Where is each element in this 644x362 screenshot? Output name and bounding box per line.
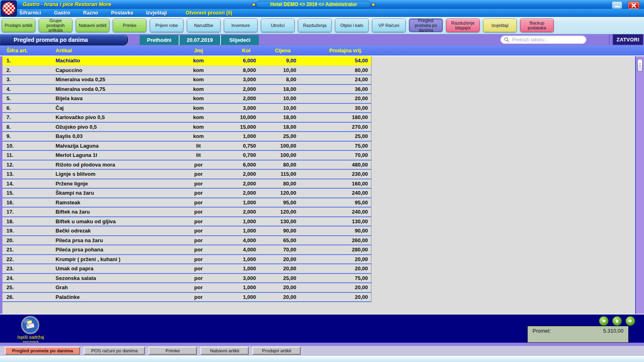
page-title: Pregled prometa po danima <box>0 34 128 45</box>
table-row[interactable]: 18.Biftek u umaku od gljivapor1,000130,0… <box>2 217 371 227</box>
search-input[interactable] <box>511 37 583 43</box>
taskbar-tab-pregled-prometa-po-danima[interactable]: Pregled prometa po danima <box>5 347 80 355</box>
table-row[interactable]: 23.Umak od paprapor1,00020,0020,00 <box>2 264 371 274</box>
table-row[interactable]: 17.Biftek na žarupor2,000120,00240,00 <box>2 208 371 217</box>
toolbar-button-inventure[interactable]: Inventure <box>224 19 258 32</box>
table-cell: 4,000 <box>210 245 259 254</box>
table-cell: 4. <box>2 85 54 94</box>
taskbar-tab-prodajni-artikli[interactable]: Prodajni artikli <box>252 347 301 355</box>
nav-up-button[interactable] <box>612 316 622 326</box>
nav-previous-button[interactable] <box>599 316 609 326</box>
table-cell: por <box>187 226 210 235</box>
taskbar-tab-pos-ra-uni-po-danima[interactable]: POS računi po danima <box>84 347 145 355</box>
toolbar-button-grupe-prodajnih-artikala[interactable]: Grupe prodajnih artikala <box>39 19 72 32</box>
table-cell: 20. <box>2 236 54 245</box>
toolbar-button-otpisi-i-kalo[interactable]: Otpisi i kalo <box>335 19 369 32</box>
table-row[interactable]: 21.Pileća prsa pohanapor4,00070,00280,00 <box>2 245 371 255</box>
toolbar-button-vp-ra-uni[interactable]: VP Računi <box>372 19 406 32</box>
table-cell: Umak od papra <box>54 264 187 273</box>
previous-day-button[interactable]: Prethodni <box>140 35 179 45</box>
column-header-kol[interactable]: Kol <box>210 45 259 56</box>
menu-item-razno[interactable]: Razno <box>83 10 98 16</box>
table-row[interactable]: 12.Rižoto od plodova morapor6,00080,0048… <box>2 160 371 170</box>
table-row[interactable]: 3.Mineralna voda 0,25kom3,0008,0024,00 <box>2 75 371 85</box>
next-day-button[interactable]: Slijedeći <box>220 35 259 45</box>
minimize-button[interactable] <box>612 1 622 9</box>
table-cell: 95,00 <box>259 198 299 207</box>
table-cell: 16. <box>2 198 54 207</box>
toolbar-button-utro-ci[interactable]: Utrošci <box>261 19 295 32</box>
vertical-scrollbar-thumb[interactable] <box>637 59 643 72</box>
table-cell: Grah <box>54 283 187 292</box>
table-cell: Ramsteak <box>54 198 187 207</box>
table-cell: 14. <box>2 179 54 188</box>
table-row[interactable]: 15.Škampi na žarupor2,000120,00240,00 <box>2 189 371 198</box>
table-cell: 20,00 <box>299 283 371 292</box>
table-row[interactable]: 22.Krumpir ( prženi , kuhani )por1,00020… <box>2 255 371 265</box>
table-row[interactable]: 8.Ožujsko pivo 0,5kom15,00018,00270,00 <box>2 123 371 132</box>
toolbar-button-primke[interactable]: Primke <box>113 19 147 32</box>
table-row[interactable]: 4.Mineralna voda 0,75kom2,00018,0036,00 <box>2 85 371 95</box>
table-cell: lit <box>187 151 210 160</box>
toolbar-button-label: Inventure <box>231 23 250 28</box>
toolbar-button-prodajni-artikli[interactable]: Prodajni artikli <box>2 19 35 32</box>
table-cell: Pržene lignje <box>54 179 187 188</box>
nav-next-button[interactable] <box>625 316 635 326</box>
table-row[interactable]: 10.Malvazija Lagunalit0,750100,0075,00 <box>2 142 371 151</box>
table-cell: 20,00 <box>299 94 371 103</box>
table-row[interactable]: 24.Sezonska salatapor3,00025,0075,00 <box>2 274 371 284</box>
close-window-button[interactable]: ZATVORI <box>613 34 643 45</box>
toolbar-button-narud-be[interactable]: Narudžbe <box>187 19 221 32</box>
taskbar-tab-primke[interactable]: Primke <box>149 347 197 355</box>
close-button[interactable] <box>628 1 640 9</box>
table-cell: 36,00 <box>299 85 371 94</box>
print-window-button[interactable] <box>21 316 39 334</box>
table-row[interactable]: 7.Karlovačko pivo 0,5kom10,00018,00180,0… <box>2 113 371 123</box>
table-row[interactable]: 2.Capuccinokom8,00010,0080,00 <box>2 66 371 76</box>
date-display[interactable]: 20.07.2019 <box>179 35 220 45</box>
column-header-artikal[interactable]: Artikal <box>54 45 187 56</box>
table-row[interactable]: 6.Čajkom3,00010,0030,00 <box>2 104 371 113</box>
column-header-cijena[interactable]: Cijena <box>259 45 299 56</box>
menu-item-izvje-taji[interactable]: Izvještaji <box>146 10 167 16</box>
table-row[interactable]: 26.Palačinkepor1,00020,0020,00 <box>2 293 371 302</box>
table-cell: 270,00 <box>299 123 371 132</box>
table-row[interactable]: 5.Bijela kavakom2,00010,0020,00 <box>2 94 371 104</box>
toolbar-button-nabavni-artikli[interactable]: Nabavni artikli <box>76 19 109 32</box>
toolbar-button-label: Otpisi i kalo <box>341 23 363 28</box>
table-cell: Ožujsko pivo 0,5 <box>54 123 187 132</box>
table-row[interactable]: 19.Bečki odrezakpor1,00090,0090,00 <box>2 226 371 236</box>
column-header-prodajna-vrij[interactable]: Prodajna vrij. <box>299 45 371 56</box>
menu-item-gastro[interactable]: Gastro <box>54 10 70 16</box>
table-cell: 18. <box>2 217 54 226</box>
toolbar-button-pregled-prometa-po-danima[interactable]: Pregled prometa po danima <box>409 19 443 32</box>
table-cell: 1,000 <box>210 264 259 273</box>
table-cell: kom <box>187 132 210 141</box>
table-row[interactable]: 11.Merlot Laguna 1llit0,700100,0070,00 <box>2 151 371 160</box>
menu-item-ifrarnici[interactable]: Šifrarnici <box>19 10 41 16</box>
table-cell: 3. <box>2 75 54 84</box>
column-header-jmj[interactable]: Jmj <box>187 45 210 56</box>
table-row[interactable]: 9.Baylis 0,03kom1,00025,0025,00 <box>2 132 371 142</box>
column-header-sifra[interactable]: Šifra art. <box>2 45 54 56</box>
toolbar-button-backup-podataka[interactable]: Backup podataka <box>520 19 554 32</box>
table-cell: por <box>187 170 210 179</box>
taskbar-tab-nabavni-artikli[interactable]: Nabavni artikli <box>200 347 249 355</box>
table-row[interactable]: 1.Machiattokom6,0009,0054,00 <box>2 56 371 66</box>
table-cell: 3,000 <box>210 104 259 113</box>
toolbar-button-razdu-enje-blagajni[interactable]: Razduženje blagajni <box>446 19 480 32</box>
table-cell: 15. <box>2 189 54 197</box>
table-row[interactable]: 16.Ramsteakpor1,00095,0095,00 <box>2 198 371 208</box>
table-row[interactable]: 25.Grahpor1,00020,0020,00 <box>2 283 371 293</box>
menu-item-otvoreni-prozori[interactable]: Otvoreni prozori (5) <box>186 10 232 16</box>
footer-divider <box>0 343 644 346</box>
toolbar-button-prijem-robe[interactable]: Prijem robe <box>150 19 184 32</box>
table-row[interactable]: 20.Pileća prsa na žarupor4,00065,00260,0… <box>2 236 371 246</box>
toolbar-button-izvje-taji[interactable]: Izvještaji <box>483 19 517 32</box>
menu-item-postavke[interactable]: Postavke <box>111 10 133 16</box>
table-row[interactable]: 14.Pržene lignjepor2,00080,00160,00 <box>2 179 371 189</box>
table-row[interactable]: 13.Lignje s blitvompor2,000115,00230,00 <box>2 170 371 179</box>
vertical-scrollbar[interactable] <box>635 56 644 314</box>
table-cell: 13. <box>2 170 54 179</box>
toolbar-button-razdu-enja[interactable]: Razduženja <box>298 19 332 32</box>
